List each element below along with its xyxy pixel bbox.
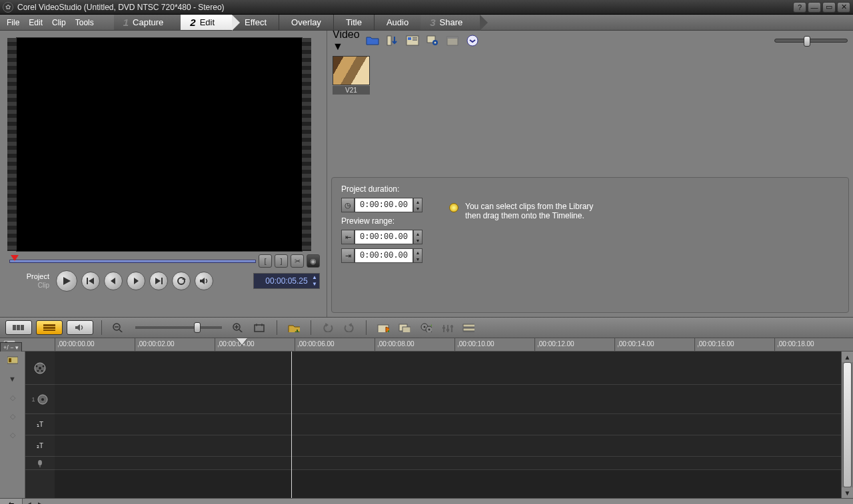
- svg-marker-38: [325, 323, 329, 327]
- range-end-icon[interactable]: ⇥: [341, 248, 355, 263]
- title-track-1-head[interactable]: ₁T: [25, 414, 55, 435]
- go-start-button[interactable]: [81, 272, 100, 290]
- fit-project-button[interactable]: [251, 320, 269, 336]
- scroll-left-icon[interactable]: ◀: [23, 499, 35, 504]
- slider-thumb-icon[interactable]: [804, 36, 810, 47]
- range-start-icon[interactable]: ⇤: [341, 230, 355, 244]
- ripple-edit-button[interactable]: [7, 354, 19, 366]
- menu-file[interactable]: File: [7, 18, 19, 27]
- library-gallery[interactable]: V21: [327, 51, 853, 177]
- mark-in-button[interactable]: [: [259, 254, 272, 268]
- redo-button[interactable]: [341, 320, 358, 336]
- painting-creator-button[interactable]: [417, 320, 434, 336]
- expand-tracks-button[interactable]: ▼: [7, 373, 19, 385]
- title-track-2-head[interactable]: ₂T: [25, 435, 55, 457]
- settings-button[interactable]: [425, 33, 440, 48]
- spin-down-icon[interactable]: ▼: [414, 205, 422, 212]
- clip-thumbnail-icon: [333, 56, 370, 85]
- timeline-cursor-icon[interactable]: [237, 338, 247, 345]
- step-overlay[interactable]: Overlay: [279, 15, 333, 30]
- cut-button[interactable]: ✂: [291, 254, 304, 268]
- minimize-button[interactable]: —: [808, 2, 821, 13]
- timeline-vscrollbar[interactable]: ▲ ▼: [841, 352, 853, 498]
- timecode-up-icon[interactable]: ▲: [311, 274, 318, 281]
- preview-range-end-value[interactable]: 0:00:00.00: [355, 248, 413, 263]
- mark-out-button[interactable]: ]: [275, 254, 288, 268]
- menu-edit[interactable]: Edit: [29, 18, 43, 27]
- step-capture[interactable]: 1 Capture: [114, 15, 181, 30]
- step-audio[interactable]: Audio: [374, 15, 421, 30]
- autoscroll-button[interactable]: ⇆: [0, 499, 23, 504]
- project-label[interactable]: Project: [9, 272, 49, 281]
- menu-clip[interactable]: Clip: [52, 18, 66, 27]
- timeline-tracks[interactable]: [55, 352, 841, 498]
- spin-up-icon[interactable]: ▲: [414, 249, 422, 256]
- open-folder-button[interactable]: [365, 33, 380, 48]
- slider-thumb-icon[interactable]: [194, 322, 201, 333]
- spin-down-icon[interactable]: ▼: [414, 256, 422, 262]
- frame-back-button[interactable]: [104, 272, 123, 290]
- lightbulb-icon: [449, 203, 458, 212]
- lock-track-button[interactable]: ◇: [7, 391, 19, 403]
- video-track-head[interactable]: [25, 352, 55, 385]
- batch-convert-button[interactable]: [396, 320, 413, 336]
- clip-label[interactable]: Clip: [9, 281, 49, 290]
- scroll-up-icon[interactable]: ▲: [842, 352, 853, 362]
- overlay-track-head[interactable]: 1: [25, 385, 55, 414]
- preview-range-start-value[interactable]: 0:00:00.00: [355, 230, 413, 244]
- add-remove-track-button[interactable]: +/ − ▾: [0, 342, 22, 352]
- voice-track-head[interactable]: [25, 457, 55, 470]
- library-clip[interactable]: V21: [333, 56, 370, 95]
- spin-up-icon[interactable]: ▲: [414, 198, 422, 205]
- audio-view-button[interactable]: [67, 320, 93, 335]
- sound-mixer-button[interactable]: [438, 320, 456, 336]
- overlay-track[interactable]: [55, 385, 841, 414]
- close-button[interactable]: ✕: [837, 2, 850, 13]
- timecode-field[interactable]: 00:00:05.25 ▲▼: [253, 273, 320, 289]
- go-end-button[interactable]: [149, 272, 168, 290]
- insert-media-button[interactable]: [285, 320, 303, 336]
- playhead-marker-icon[interactable]: [11, 255, 19, 261]
- voice-track[interactable]: [55, 457, 841, 470]
- gallery-select[interactable]: Video ▼: [333, 29, 360, 53]
- timecode-down-icon[interactable]: ▼: [311, 281, 318, 288]
- thumbnail-size-slider[interactable]: [774, 39, 848, 43]
- sort-button[interactable]: [385, 33, 400, 48]
- step-title[interactable]: Title: [333, 15, 374, 30]
- timeline-view-button[interactable]: [36, 320, 63, 335]
- volume-button[interactable]: [195, 272, 213, 290]
- undo-button[interactable]: [319, 320, 337, 336]
- scroll-down-icon[interactable]: ▼: [842, 487, 853, 498]
- maximize-button[interactable]: ▭: [822, 2, 836, 13]
- smart-proxy-button[interactable]: [375, 320, 392, 336]
- library-manager-button[interactable]: [405, 33, 420, 48]
- play-button[interactable]: [56, 270, 77, 292]
- menu-tools[interactable]: Tools: [75, 18, 94, 27]
- collapse-options-button[interactable]: [465, 33, 480, 48]
- step-share[interactable]: 3 Share: [421, 15, 480, 30]
- step-edit[interactable]: 2 Edit: [181, 15, 232, 30]
- spin-up-icon[interactable]: ▲: [414, 230, 422, 237]
- storyboard-view-button[interactable]: [5, 320, 32, 335]
- scroll-thumb-icon[interactable]: [843, 362, 852, 487]
- timeline-hscrollbar[interactable]: ⇆ ◀ ▶: [0, 498, 853, 504]
- timeline-ruler[interactable]: ,00:00:00.00,00:00:02.00,00:00:04.00,00:…: [0, 338, 853, 352]
- lock-track-button[interactable]: ◇: [7, 429, 19, 441]
- spin-down-icon[interactable]: ▼: [414, 237, 422, 244]
- enlarge-preview-button[interactable]: ◉: [307, 254, 320, 268]
- title-track-1[interactable]: [55, 414, 841, 435]
- title-track-2[interactable]: [55, 435, 841, 457]
- zoom-slider[interactable]: [135, 326, 222, 329]
- calendar-button[interactable]: [445, 33, 460, 48]
- track-manager-button[interactable]: [460, 320, 477, 336]
- scrub-bar[interactable]: [9, 257, 256, 265]
- repeat-button[interactable]: [172, 272, 191, 290]
- scroll-right-icon[interactable]: ▶: [35, 499, 47, 504]
- lock-track-button[interactable]: ◇: [7, 410, 19, 422]
- video-track[interactable]: [55, 352, 841, 385]
- zoom-out-button[interactable]: [110, 320, 127, 336]
- frame-fwd-button[interactable]: [127, 272, 145, 290]
- help-button[interactable]: ?: [793, 2, 806, 13]
- zoom-in-button[interactable]: [230, 320, 247, 336]
- project-duration-value[interactable]: 0:00:00.00: [355, 198, 413, 212]
